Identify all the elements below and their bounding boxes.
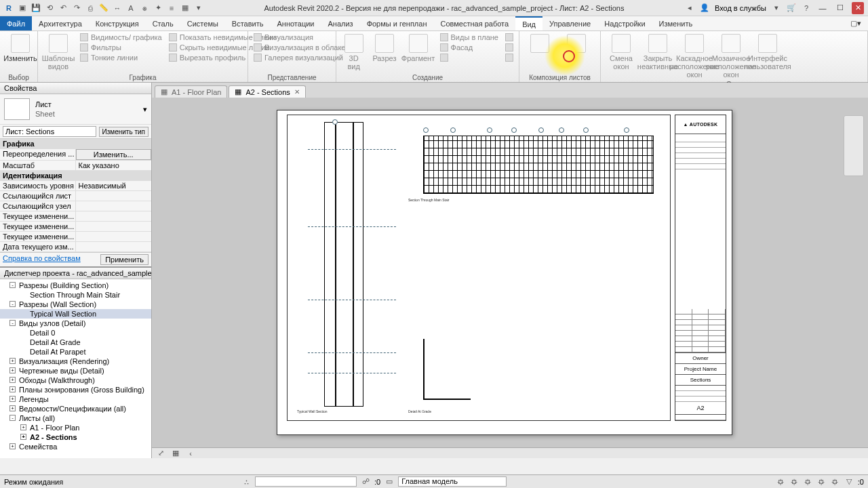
edit-type-button[interactable]: Изменить тип (99, 127, 149, 137)
filter-icon[interactable]: ▽ (844, 477, 854, 487)
3dview-button[interactable]: 3D вид (339, 33, 368, 72)
viewtab-a2[interactable]: ▦A2 - Sections✕ (229, 85, 305, 98)
tree-item[interactable]: +Ведомости/Спецификации (all) (0, 404, 151, 413)
tree-item[interactable]: +A2 - Sections (0, 432, 151, 442)
tab-file[interactable]: Файл (0, 16, 32, 30)
tree-item[interactable]: -Разрезы (Building Section) (0, 281, 151, 290)
expand-icon[interactable]: + (9, 367, 16, 373)
expand-icon[interactable]: - (9, 415, 16, 421)
scale-icon[interactable]: ⤢ (156, 449, 165, 458)
prop-row[interactable]: Переопределения ...Изменить... (0, 149, 151, 161)
expand-icon[interactable]: + (9, 386, 16, 392)
expand-icon[interactable]: + (9, 358, 16, 364)
instance-name[interactable]: Лист: Sections (3, 126, 96, 137)
text-icon[interactable]: A (126, 3, 136, 13)
prop-row[interactable]: Текущее изменени... (0, 211, 151, 222)
main-model-field[interactable]: Главная модель (398, 476, 507, 487)
sched-button[interactable] (502, 53, 516, 62)
tab-massing[interactable]: Формы и генплан (360, 16, 434, 30)
tree-item[interactable]: +Чертежные виды (Detail) (0, 366, 151, 375)
expand-icon[interactable]: - (9, 282, 16, 288)
tab-insert[interactable]: Вставить (225, 16, 271, 30)
prop-row[interactable]: МасштабКак указано (0, 161, 151, 171)
prop-row[interactable]: Текущее изменени... (0, 222, 151, 232)
tree-item[interactable]: +Обходы (Walkthrough) (0, 375, 151, 385)
tab-architecture[interactable]: Архитектура (32, 16, 89, 30)
maximize-button[interactable]: ☐ (834, 2, 846, 14)
tree-item[interactable]: -Листы (all) (0, 413, 151, 423)
close-tab-icon[interactable]: ✕ (294, 88, 300, 96)
planviews-button[interactable]: Виды в плане (437, 33, 501, 42)
prop-category[interactable]: Графика (0, 139, 151, 149)
tree-item[interactable]: Typical Wall Section (0, 309, 151, 319)
thinlines-button[interactable]: Тонкие линии (77, 53, 165, 62)
select-pinned-icon[interactable]: ⯐ (804, 477, 813, 487)
search-icon[interactable]: ◂ (685, 3, 694, 13)
save-icon[interactable]: 💾 (31, 3, 41, 13)
minimize-button[interactable]: — (816, 2, 829, 14)
close-button[interactable]: ✕ (852, 2, 864, 14)
expand-icon[interactable]: + (9, 377, 16, 383)
expand-icon[interactable]: + (20, 434, 26, 440)
open-icon[interactable]: ▣ (18, 3, 27, 13)
login-link[interactable]: Вход в службы (715, 4, 766, 12)
expand-icon[interactable]: + (9, 443, 16, 449)
prop-row[interactable]: Дата текущего изм... (0, 242, 151, 252)
switch-icon[interactable]: ▾ (194, 3, 203, 13)
expand-icon[interactable]: - (9, 301, 16, 307)
navigation-bar[interactable] (844, 115, 864, 176)
back-icon[interactable]: ‹ (186, 449, 195, 458)
tab-annotate[interactable]: Аннотации (271, 16, 321, 30)
tab-collab[interactable]: Совместная работа (433, 16, 515, 30)
tree-item[interactable]: -Виды узлов (Detail) (0, 319, 151, 328)
workset-field[interactable] (255, 476, 357, 487)
undo-icon[interactable]: ↶ (58, 3, 68, 13)
drawing-canvas[interactable]: Section Through Main Stair (152, 98, 868, 447)
dup-button[interactable] (502, 33, 516, 42)
tree-item[interactable]: +Семейства (0, 442, 151, 451)
cart-icon[interactable]: 🛒 (787, 3, 796, 13)
tab-addins[interactable]: Надстройки (597, 16, 652, 30)
tree-item[interactable]: Detail 0 (0, 328, 151, 338)
thin-icon[interactable]: ≡ (167, 3, 176, 13)
tree-item[interactable]: +Визуализация (Rendering) (0, 357, 151, 366)
tree-item[interactable]: Section Through Main Stair (0, 290, 151, 300)
visibility-button[interactable]: Видимость/ графика (77, 33, 165, 42)
expand-icon[interactable]: - (9, 320, 16, 326)
drafting-button[interactable] (437, 53, 501, 62)
tree-item[interactable]: Detail At Parapet (0, 347, 151, 357)
tree-item[interactable]: +Планы зонирования (Gross Building) (0, 385, 151, 394)
render-button[interactable]: Визуализация (251, 33, 349, 42)
apps-icon[interactable]: ▾ (772, 3, 781, 13)
elevation-button[interactable]: Фасад (437, 43, 501, 52)
tab-view[interactable]: Вид (515, 16, 542, 30)
tab-analyze[interactable]: Анализ (321, 16, 359, 30)
section-button[interactable]: Разрез (370, 33, 399, 64)
dim-icon[interactable]: ↔ (113, 3, 122, 13)
user-icon[interactable]: 👤 (700, 3, 709, 13)
ui-button[interactable]: Интерфейс пользователя (750, 33, 785, 72)
prop-row[interactable]: Ссылающийся узел (0, 201, 151, 211)
detail-level-icon[interactable]: ▦ (171, 449, 180, 458)
prop-category[interactable]: Идентификация (0, 171, 151, 181)
expand-icon[interactable]: + (9, 405, 16, 411)
sheet-button[interactable] (522, 33, 557, 54)
render-cloud-button[interactable]: Визуализация в облаке (251, 43, 349, 52)
prop-row[interactable]: Ссылающийся лист (0, 191, 151, 201)
select-underlay-icon[interactable]: ⯐ (790, 477, 800, 487)
ribbon-minimize-icon[interactable]: ▢▾ (844, 16, 868, 30)
expand-icon[interactable]: + (20, 424, 26, 430)
callout-button[interactable]: Фрагмент (401, 33, 436, 64)
type-dropdown-icon[interactable]: ▾ (143, 105, 147, 114)
3d-icon[interactable]: ⎈ (140, 3, 149, 13)
legend-button[interactable] (502, 43, 516, 52)
modify-button[interactable]: Изменить (3, 33, 38, 64)
viewtab-a1[interactable]: ▦A1 - Floor Plan (155, 85, 227, 98)
switch-windows-button[interactable]: Смена окон (604, 33, 639, 72)
view-templates-button[interactable]: Шаблоны видов (41, 33, 76, 72)
drag-icon[interactable]: ⯐ (831, 477, 840, 487)
close-hidden-icon[interactable]: ▦ (180, 3, 190, 13)
tab-manage[interactable]: Управление (542, 16, 597, 30)
editreq-icon[interactable]: ☍ (361, 477, 370, 487)
select-links-icon[interactable]: ⯐ (776, 477, 786, 487)
